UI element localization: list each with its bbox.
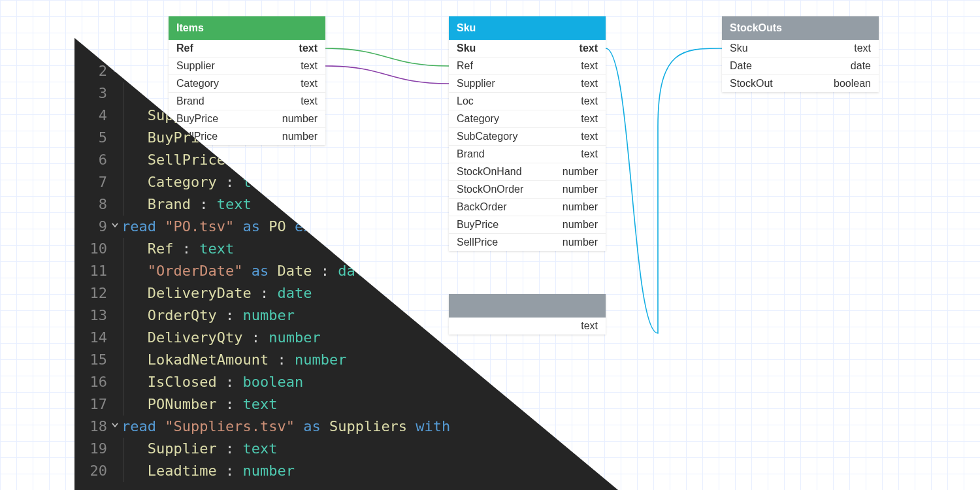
code-line[interactable]: PONumber : text [116, 393, 450, 416]
line-number[interactable]: 9 [74, 216, 107, 238]
table-column[interactable]: text [449, 318, 606, 335]
line-number[interactable]: 12 [74, 282, 107, 304]
table-column[interactable]: Datedate [722, 57, 879, 75]
code-line[interactable]: DeliveryQty : number [116, 327, 450, 349]
table-column[interactable]: Reftext [449, 57, 606, 75]
tok-fld: Category [148, 174, 217, 190]
line-number[interactable]: 10 [74, 238, 107, 260]
editor-gutter: 1234567891011121314151617181920 [74, 38, 116, 490]
column-name: Loc [457, 95, 474, 107]
table-column[interactable]: Skutext [722, 40, 879, 57]
line-number[interactable]: 8 [74, 193, 107, 216]
tok-typ: number [295, 351, 346, 368]
tok-typ: text [217, 196, 252, 212]
tok-fld: SellPrice [148, 152, 225, 168]
tok-punc: : [242, 329, 269, 346]
code-line[interactable]: Leadtime : number [116, 460, 450, 482]
column-name: Sku [457, 42, 476, 54]
column-type: date [851, 60, 871, 72]
line-number[interactable]: 11 [74, 260, 107, 282]
tok-punc: : [252, 285, 278, 301]
line-number[interactable]: 14 [74, 327, 107, 349]
code-line[interactable]: IsClosed : boolean [116, 371, 450, 393]
column-type: text [299, 42, 318, 54]
tok-punc: : [312, 263, 338, 279]
column-type: number [282, 113, 318, 125]
column-type: number [563, 201, 598, 213]
table-column[interactable]: SubCategorytext [449, 128, 606, 146]
line-number[interactable]: 19 [74, 438, 107, 460]
table-column[interactable]: BackOrdernumber [449, 199, 606, 216]
table-columns: ReftextSuppliertextCategorytextBrandtext… [169, 40, 325, 145]
table-column[interactable]: Suppliertext [449, 75, 606, 93]
table-header[interactable]: Sku [449, 16, 606, 40]
column-name: StockOnOrder [457, 184, 523, 195]
code-line[interactable]: read "Suppliers.tsv" as Suppliers with [116, 416, 450, 438]
column-name: BuyPrice [457, 219, 498, 231]
column-name: Supplier [176, 60, 215, 72]
tok-kw: as [295, 418, 329, 434]
tok-fld: LokadNetAmount [148, 351, 269, 368]
table-column[interactable]: BuyPricenumber [449, 216, 606, 234]
column-type: number [563, 237, 598, 248]
table-column[interactable]: Categorytext [169, 75, 325, 93]
tok-kw: read [122, 218, 165, 235]
line-number[interactable]: 15 [74, 349, 107, 371]
table-column[interactable]: SellPricenumber [449, 234, 606, 251]
tok-fld: OrderQty [148, 307, 217, 323]
line-number[interactable]: 3 [74, 82, 107, 105]
table-header[interactable]: Items [169, 16, 325, 40]
table-column[interactable]: Loctext [449, 93, 606, 110]
tok-kw: read [122, 418, 165, 434]
tok-typ: text [199, 240, 234, 257]
tok-punc: : [174, 240, 200, 257]
column-name: Ref [176, 42, 193, 54]
line-number[interactable]: 7 [74, 171, 107, 193]
table-header[interactable] [449, 294, 606, 318]
tok-fld: Leadtime [148, 463, 217, 479]
table-column[interactable]: BuyPricenumber [169, 110, 325, 128]
table-column[interactable]: Categorytext [449, 110, 606, 128]
table-sku[interactable]: SkuSkutextReftextSuppliertextLoctextCate… [449, 16, 606, 251]
column-type: number [563, 219, 598, 231]
column-name: BuyPrice [176, 113, 218, 125]
tok-typ: text [242, 440, 277, 457]
line-number[interactable]: 18 [74, 416, 107, 438]
line-number[interactable]: 6 [74, 149, 107, 171]
tok-punc: : [217, 440, 243, 457]
line-number[interactable]: 2 [74, 60, 107, 82]
tok-fld: Suppliers [329, 418, 407, 434]
column-name: SellPrice [457, 237, 498, 248]
table-column[interactable]: StockOnOrdernumber [449, 181, 606, 199]
table-column[interactable]: Skutext [449, 40, 606, 57]
table-lower[interactable]: text [449, 294, 606, 335]
code-line[interactable]: LokadNetAmount : number [116, 349, 450, 371]
table-column[interactable]: Brandtext [449, 146, 606, 163]
table-column[interactable]: Reftext [169, 40, 325, 57]
line-number[interactable]: 4 [74, 105, 107, 127]
column-type: boolean [834, 78, 871, 90]
table-header[interactable]: StockOuts [722, 16, 879, 40]
tok-typ: number [242, 307, 294, 323]
column-type: text [581, 78, 598, 90]
line-number[interactable]: 20 [74, 460, 107, 482]
line-number[interactable]: 16 [74, 371, 107, 393]
table-stockouts[interactable]: StockOutsSkutextDatedateStockOutboolean [722, 16, 879, 92]
table-items[interactable]: ItemsReftextSuppliertextCategorytextBran… [169, 16, 325, 145]
tok-kw: with [407, 418, 450, 434]
line-number[interactable]: 13 [74, 304, 107, 327]
tok-punc: : [217, 374, 243, 390]
tok-fld: Supplier [148, 440, 217, 457]
tok-typ: boolean [242, 374, 303, 390]
code-line[interactable]: Supplier : text [116, 438, 450, 460]
tok-fld: DeliveryDate [148, 285, 252, 301]
table-column[interactable]: StockOnHandnumber [449, 163, 606, 181]
tok-punc: : [217, 307, 243, 323]
line-number[interactable]: 5 [74, 127, 107, 149]
table-column[interactable]: Brandtext [169, 93, 325, 110]
column-name: Category [457, 113, 499, 125]
line-number[interactable]: 17 [74, 393, 107, 416]
column-type: text [581, 148, 598, 160]
table-column[interactable]: StockOutboolean [722, 75, 879, 92]
table-column[interactable]: Suppliertext [169, 57, 325, 75]
